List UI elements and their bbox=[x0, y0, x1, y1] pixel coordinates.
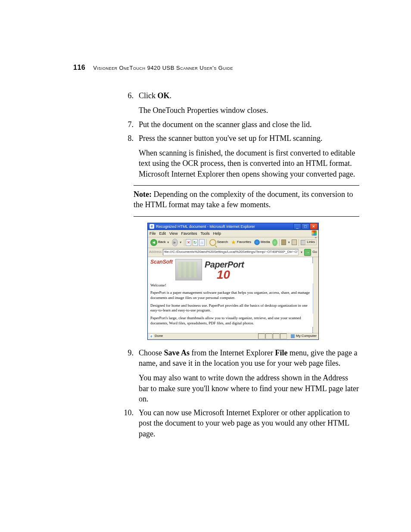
divider bbox=[134, 216, 359, 217]
step-number: 9. bbox=[73, 348, 139, 404]
window-title: Recognized HTML document - Microsoft Int… bbox=[156, 224, 255, 229]
close-button[interactable]: ✕ bbox=[310, 223, 318, 230]
chevron-down-icon: ▼ bbox=[167, 240, 170, 244]
status-text: Done bbox=[155, 334, 163, 339]
step-number: 10. bbox=[73, 408, 139, 439]
refresh-button[interactable]: ↻ bbox=[193, 239, 198, 246]
ie-content-area: ▴ ▾ ScanSoft PaperPort 10 Welcome! Paper… bbox=[148, 257, 318, 333]
links-toolbar[interactable]: Links bbox=[305, 240, 317, 245]
separator bbox=[299, 239, 299, 246]
print-preview-button[interactable] bbox=[292, 240, 297, 245]
ie-icon: e bbox=[149, 334, 153, 338]
menu-edit[interactable]: Edit bbox=[159, 231, 166, 236]
step-number: 7. bbox=[73, 119, 139, 130]
menu-favorites[interactable]: Favorites bbox=[181, 231, 197, 236]
go-label: Go bbox=[312, 250, 317, 255]
step-text: When scanning is finished, the document … bbox=[139, 148, 359, 179]
maximize-button[interactable]: □ bbox=[302, 223, 309, 230]
search-button[interactable]: Search bbox=[209, 239, 229, 246]
step-text: Press the scanner button you've set up f… bbox=[139, 133, 359, 143]
address-bar: Address file:///C:/Documents%20and%20Set… bbox=[148, 248, 318, 257]
search-icon bbox=[209, 239, 216, 246]
history-button[interactable] bbox=[272, 239, 277, 246]
step-text: Put the document on the scanner glass an… bbox=[139, 119, 359, 130]
print-button[interactable] bbox=[281, 240, 286, 245]
step-text: The OneTouch Properties window closes. bbox=[139, 105, 359, 115]
statusbar: e Done My Computer bbox=[148, 333, 318, 339]
forward-button[interactable]: ► bbox=[172, 239, 178, 246]
content-paragraph: Designed for home and business use. Pape… bbox=[150, 303, 311, 313]
menubar: File Edit View Favorites Tools Help bbox=[148, 230, 318, 237]
media-button[interactable]: Media bbox=[253, 239, 271, 246]
content-paragraph: PaperPort is a paper management software… bbox=[150, 290, 311, 300]
page-header: 116 Visioneer OneTouch 9420 USB Scanner … bbox=[73, 64, 359, 72]
separator bbox=[279, 239, 280, 246]
step-number: 8. bbox=[73, 133, 139, 179]
separator bbox=[206, 239, 207, 246]
step-7: 7. Put the document on the scanner glass… bbox=[73, 119, 359, 130]
paperport-version: 10 bbox=[217, 270, 244, 280]
media-icon bbox=[254, 240, 260, 245]
scroll-up-button[interactable]: ▴ bbox=[312, 257, 318, 263]
step-text: You may also want to write down the addr… bbox=[139, 373, 359, 404]
address-input[interactable]: file:///C:/Documents%20and%20Settings/Lo… bbox=[163, 249, 299, 255]
back-button[interactable]: ◄ Back ▼ bbox=[149, 239, 171, 246]
toolbar: ◄ Back ▼ ► ▼ ✕ ↻ ⌂ Search ★ Favorites bbox=[148, 237, 318, 248]
document-page: 116 Visioneer OneTouch 9420 USB Scanner … bbox=[0, 0, 411, 532]
chevron-down-icon: ▼ bbox=[287, 240, 290, 244]
address-label: Address bbox=[149, 250, 162, 255]
back-arrow-icon: ◄ bbox=[150, 239, 157, 246]
ie-window: e Recognized HTML document - Microsoft I… bbox=[147, 223, 319, 340]
status-zone: My Computer bbox=[296, 334, 317, 339]
menu-file[interactable]: File bbox=[149, 231, 156, 236]
separator bbox=[184, 239, 184, 246]
page-content: 6. Click OK. The OneTouch Properties win… bbox=[73, 90, 359, 439]
menu-view[interactable]: View bbox=[169, 231, 177, 236]
step-number: 6. bbox=[73, 90, 139, 116]
scroll-down-button[interactable]: ▾ bbox=[312, 327, 318, 333]
scrollbar-thumb[interactable] bbox=[313, 283, 318, 314]
menu-tools[interactable]: Tools bbox=[200, 231, 209, 236]
status-segments bbox=[258, 333, 287, 339]
step-10: 10. You can now use Microsoft Internet E… bbox=[73, 408, 359, 439]
titlebar[interactable]: e Recognized HTML document - Microsoft I… bbox=[148, 223, 318, 230]
star-icon: ★ bbox=[231, 240, 236, 245]
chevron-down-icon[interactable]: ▼ bbox=[300, 250, 303, 254]
paperport-image bbox=[175, 259, 202, 280]
welcome-text: Welcome! bbox=[150, 283, 311, 288]
chevron-down-icon: ▼ bbox=[179, 240, 182, 244]
step-text: Choose Save As from the Internet Explore… bbox=[139, 348, 359, 369]
page-number: 116 bbox=[73, 64, 85, 72]
note: Note: Depending on the complexity of the… bbox=[134, 189, 359, 210]
go-button[interactable]: → bbox=[304, 249, 311, 256]
step-8: 8. Press the scanner button you've set u… bbox=[73, 133, 359, 179]
home-button[interactable]: ⌂ bbox=[199, 239, 205, 246]
step-text: You can now use Microsoft Internet Explo… bbox=[139, 408, 359, 439]
divider bbox=[134, 185, 359, 186]
ie-icon: e bbox=[149, 224, 154, 229]
content-paragraph: PaperPort's large, clear thumbnails allo… bbox=[150, 316, 311, 326]
header-title: Visioneer OneTouch 9420 USB Scanner User… bbox=[93, 65, 233, 71]
scansoft-logo: ScanSoft bbox=[150, 259, 173, 266]
step-9: 9. Choose Save As from the Internet Expl… bbox=[73, 348, 359, 404]
favorites-button[interactable]: ★ Favorites bbox=[230, 239, 252, 246]
step-text: Click OK. bbox=[139, 90, 359, 101]
windows-logo-icon bbox=[311, 230, 317, 236]
step-6: 6. Click OK. The OneTouch Properties win… bbox=[73, 90, 359, 116]
zone-icon bbox=[291, 334, 295, 338]
menu-help[interactable]: Help bbox=[213, 231, 221, 236]
minimize-button[interactable]: _ bbox=[293, 223, 301, 230]
stop-button[interactable]: ✕ bbox=[186, 239, 191, 246]
